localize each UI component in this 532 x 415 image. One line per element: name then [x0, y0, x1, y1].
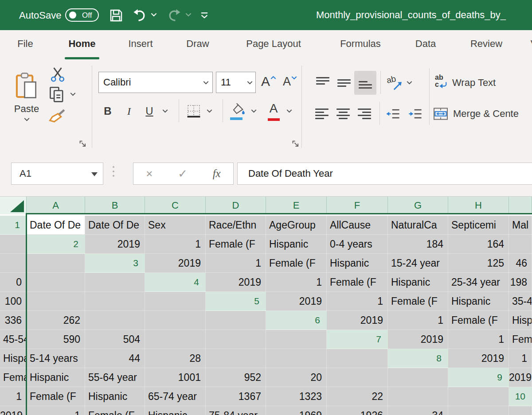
bold-button[interactable]: B	[98, 100, 117, 122]
cell-E3[interactable]: 15-24 year	[388, 254, 448, 273]
cell-G1[interactable]: NaturalCa	[388, 216, 448, 235]
row-header-9[interactable]: 9	[448, 368, 509, 387]
column-header-E[interactable]: E	[266, 197, 327, 214]
font-dialog-launcher[interactable]	[292, 140, 300, 148]
cell-I9[interactable]	[388, 387, 448, 406]
cell-D6[interactable]: Hispanic	[509, 311, 532, 330]
cell-I7[interactable]	[266, 349, 327, 368]
row-header-10[interactable]: 10	[509, 387, 532, 406]
cell-F9[interactable]: 1367	[206, 387, 266, 406]
cell-G3[interactable]: 46	[509, 254, 532, 273]
cell-F8[interactable]: 1001	[145, 368, 206, 387]
cell-B8[interactable]: 1	[509, 349, 532, 368]
tab-view-partial[interactable]: V	[531, 30, 532, 58]
cell-F10[interactable]: 1969	[266, 406, 327, 415]
cell-F6[interactable]: 590	[27, 330, 85, 349]
tab-file[interactable]: File	[17, 30, 33, 58]
font-color-button[interactable]: A	[263, 99, 284, 123]
tab-data[interactable]: Data	[415, 30, 436, 58]
italic-button[interactable]: I	[120, 100, 138, 122]
cut-button[interactable]	[48, 66, 67, 83]
cell-I1[interactable]: Mal	[509, 216, 532, 235]
cancel-entry-button[interactable]: ×	[146, 167, 153, 181]
cell-overflow-8[interactable]	[388, 368, 448, 387]
cell-G7[interactable]: 28	[145, 349, 206, 368]
redo-button[interactable]	[166, 7, 183, 24]
font-color-chevron-icon[interactable]	[286, 109, 292, 113]
tab-page-layout[interactable]: Page Layout	[246, 30, 301, 58]
cell-A2[interactable]: 2019	[85, 235, 145, 254]
cell-A4[interactable]: 2019	[206, 273, 266, 292]
cell-B6[interactable]: 1	[388, 311, 448, 330]
font-name-combo[interactable]: Calibri	[98, 72, 213, 93]
row-header-4[interactable]: 4	[145, 273, 206, 292]
cell-C6[interactable]: Female (F	[448, 311, 509, 330]
align-left-button[interactable]	[312, 103, 332, 125]
cell-G10[interactable]: 1926	[327, 406, 388, 415]
cell-H7[interactable]	[206, 349, 266, 368]
format-painter-button[interactable]	[46, 107, 67, 128]
undo-button[interactable]	[131, 7, 148, 24]
cell-I6[interactable]	[206, 330, 266, 349]
row-header-2[interactable]: 2	[27, 235, 85, 254]
cell-overflow-6[interactable]	[266, 330, 327, 349]
row-header-8[interactable]: 8	[388, 349, 448, 368]
cell-I10[interactable]	[448, 406, 509, 415]
cell-B9[interactable]: 1	[0, 387, 27, 406]
borders-chevron-icon[interactable]	[207, 109, 212, 113]
cell-A10[interactable]: 2019	[0, 406, 27, 415]
cell-overflow-2[interactable]	[27, 254, 85, 273]
cell-B5[interactable]: 1	[327, 292, 388, 311]
cell-A6[interactable]: 2019	[327, 311, 388, 330]
fill-color-chevron-icon[interactable]	[251, 109, 257, 113]
tab-review[interactable]: Review	[470, 30, 502, 58]
cell-H9[interactable]: 22	[327, 387, 388, 406]
align-middle-button[interactable]	[334, 72, 354, 94]
cell-F7[interactable]: 44	[85, 349, 145, 368]
cell-overflow-5[interactable]	[206, 311, 266, 330]
shrink-font-button[interactable]: A	[280, 71, 300, 92]
cell-C2[interactable]: Female (F	[206, 235, 266, 254]
cell-H1[interactable]: Septicemi	[448, 216, 509, 235]
column-header-C[interactable]: C	[145, 197, 206, 214]
cell-B4[interactable]: 1	[266, 273, 327, 292]
paste-button[interactable]: Paste	[8, 66, 45, 128]
copy-button[interactable]	[46, 85, 67, 105]
name-box[interactable]: A1	[11, 163, 103, 185]
cell-D2[interactable]: Hispanic	[266, 235, 327, 254]
cell-F5[interactable]: 336	[0, 311, 27, 330]
cell-H6[interactable]	[145, 330, 206, 349]
insert-function-button[interactable]: fx	[213, 167, 221, 180]
cell-D9[interactable]: Hispanic	[85, 387, 145, 406]
formula-input[interactable]: Date Of Death Year	[237, 163, 532, 185]
row-header-1[interactable]: 1	[0, 216, 27, 235]
cell-overflow-10[interactable]	[509, 406, 532, 415]
tab-home[interactable]: Home	[68, 30, 95, 58]
cell-H5[interactable]	[85, 311, 145, 330]
cell-I3[interactable]	[27, 273, 85, 292]
wrap-text-button[interactable]: ab c Wrap Text	[434, 72, 523, 94]
cell-F3[interactable]: 125	[448, 254, 509, 273]
save-button[interactable]	[108, 7, 125, 24]
cell-B1[interactable]: Date Of De	[85, 216, 145, 235]
cell-C7[interactable]: Female (F	[509, 330, 532, 349]
column-header-B[interactable]: B	[85, 197, 145, 214]
column-header-F[interactable]: F	[327, 197, 388, 214]
cell-A7[interactable]: 2019	[388, 330, 448, 349]
font-size-combo[interactable]: 11	[216, 72, 256, 93]
underline-chevron-icon[interactable]	[162, 109, 168, 113]
row-header-6[interactable]: 6	[266, 311, 327, 330]
decrease-indent-button[interactable]	[383, 103, 403, 125]
cell-I5[interactable]	[145, 311, 206, 330]
ribbon-options-button[interactable]	[196, 7, 213, 24]
increase-indent-button[interactable]	[405, 103, 426, 125]
merge-center-button[interactable]: Merge & Cente	[433, 103, 532, 125]
cell-overflow-9[interactable]	[448, 387, 509, 406]
underline-button[interactable]: U	[140, 100, 159, 122]
align-center-button[interactable]	[333, 103, 353, 125]
fill-color-button[interactable]	[227, 99, 248, 123]
cell-D1[interactable]: Race/Ethn	[206, 216, 266, 235]
cell-G2[interactable]: 164	[448, 235, 509, 254]
cell-A1[interactable]: Date Of De	[27, 216, 85, 235]
cell-B7[interactable]: 1	[448, 330, 509, 349]
